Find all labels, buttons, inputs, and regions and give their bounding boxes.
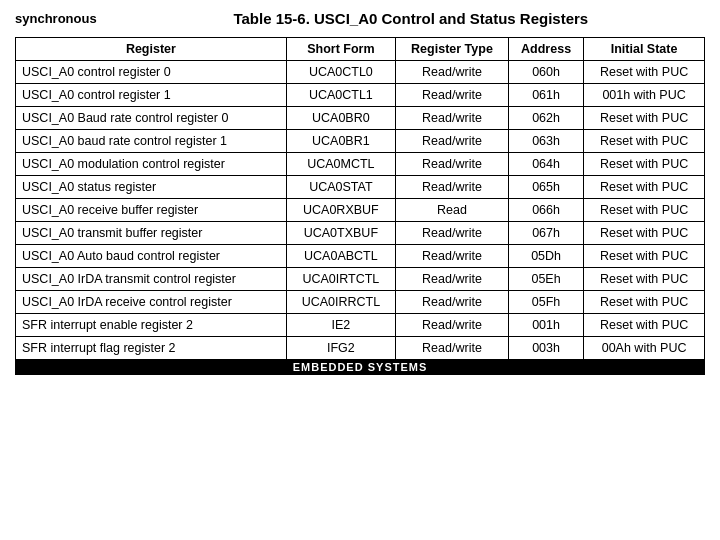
cell-r1-c2: Read/write [395,84,508,107]
cell-r6-c0: USCI_A0 receive buffer register [16,199,287,222]
table-row: SFR interrupt enable register 2IE2Read/w… [16,314,705,337]
cell-r1-c3: 061h [508,84,583,107]
table-row: USCI_A0 Auto baud control registerUCA0AB… [16,245,705,268]
table-row: USCI_A0 transmit buffer registerUCA0TXBU… [16,222,705,245]
cell-r10-c3: 05Fh [508,291,583,314]
column-header-4: Initial State [584,38,705,61]
cell-r1-c4: 001h with PUC [584,84,705,107]
cell-r9-c0: USCI_A0 IrDA transmit control register [16,268,287,291]
cell-r6-c4: Reset with PUC [584,199,705,222]
cell-r3-c4: Reset with PUC [584,130,705,153]
cell-r4-c2: Read/write [395,153,508,176]
cell-r1-c0: USCI_A0 control register 1 [16,84,287,107]
footer-bar: EMBEDDED SYSTEMS [15,359,705,375]
cell-r9-c3: 05Eh [508,268,583,291]
cell-r5-c3: 065h [508,176,583,199]
table-row: SFR interrupt flag register 2IFG2Read/wr… [16,337,705,360]
cell-r6-c3: 066h [508,199,583,222]
cell-r8-c2: Read/write [395,245,508,268]
cell-r12-c4: 00Ah with PUC [584,337,705,360]
table-row: USCI_A0 IrDA transmit control registerUC… [16,268,705,291]
cell-r0-c2: Read/write [395,61,508,84]
header: synchronous Table 15-6. USCI_A0 Control … [15,10,705,27]
table-header-row: RegisterShort FormRegister TypeAddressIn… [16,38,705,61]
cell-r8-c3: 05Dh [508,245,583,268]
registers-table: RegisterShort FormRegister TypeAddressIn… [15,37,705,360]
cell-r8-c0: USCI_A0 Auto baud control register [16,245,287,268]
table-row: USCI_A0 baud rate control register 1UCA0… [16,130,705,153]
cell-r7-c2: Read/write [395,222,508,245]
cell-r10-c1: UCA0IRRCTL [286,291,395,314]
table-row: USCI_A0 control register 1UCA0CTL1Read/w… [16,84,705,107]
cell-r4-c1: UCA0MCTL [286,153,395,176]
cell-r7-c4: Reset with PUC [584,222,705,245]
cell-r12-c2: Read/write [395,337,508,360]
column-header-0: Register [16,38,287,61]
cell-r3-c0: USCI_A0 baud rate control register 1 [16,130,287,153]
cell-r6-c1: UCA0RXBUF [286,199,395,222]
table-title: Table 15-6. USCI_A0 Control and Status R… [117,10,705,27]
cell-r12-c3: 003h [508,337,583,360]
table-row: USCI_A0 control register 0UCA0CTL0Read/w… [16,61,705,84]
column-header-1: Short Form [286,38,395,61]
table-row: USCI_A0 Baud rate control register 0UCA0… [16,107,705,130]
cell-r11-c4: Reset with PUC [584,314,705,337]
cell-r2-c2: Read/write [395,107,508,130]
cell-r7-c1: UCA0TXBUF [286,222,395,245]
cell-r2-c0: USCI_A0 Baud rate control register 0 [16,107,287,130]
cell-r8-c4: Reset with PUC [584,245,705,268]
column-header-2: Register Type [395,38,508,61]
cell-r10-c2: Read/write [395,291,508,314]
cell-r8-c1: UCA0ABCTL [286,245,395,268]
cell-r0-c0: USCI_A0 control register 0 [16,61,287,84]
table-row: USCI_A0 IrDA receive control registerUCA… [16,291,705,314]
table-row: USCI_A0 modulation control registerUCA0M… [16,153,705,176]
cell-r11-c2: Read/write [395,314,508,337]
cell-r5-c1: UCA0STAT [286,176,395,199]
cell-r9-c4: Reset with PUC [584,268,705,291]
synchronous-label: synchronous [15,11,97,26]
table-row: USCI_A0 receive buffer registerUCA0RXBUF… [16,199,705,222]
cell-r11-c1: IE2 [286,314,395,337]
cell-r4-c3: 064h [508,153,583,176]
cell-r12-c1: IFG2 [286,337,395,360]
table-row: USCI_A0 status registerUCA0STATRead/writ… [16,176,705,199]
cell-r2-c1: UCA0BR0 [286,107,395,130]
cell-r5-c2: Read/write [395,176,508,199]
column-header-3: Address [508,38,583,61]
cell-r7-c3: 067h [508,222,583,245]
cell-r0-c1: UCA0CTL0 [286,61,395,84]
cell-r9-c1: UCA0IRTCTL [286,268,395,291]
cell-r3-c2: Read/write [395,130,508,153]
cell-r12-c0: SFR interrupt flag register 2 [16,337,287,360]
cell-r0-c3: 060h [508,61,583,84]
cell-r1-c1: UCA0CTL1 [286,84,395,107]
cell-r3-c3: 063h [508,130,583,153]
cell-r6-c2: Read [395,199,508,222]
cell-r11-c3: 001h [508,314,583,337]
cell-r11-c0: SFR interrupt enable register 2 [16,314,287,337]
cell-r5-c0: USCI_A0 status register [16,176,287,199]
cell-r9-c2: Read/write [395,268,508,291]
cell-r3-c1: UCA0BR1 [286,130,395,153]
cell-r10-c0: USCI_A0 IrDA receive control register [16,291,287,314]
cell-r4-c0: USCI_A0 modulation control register [16,153,287,176]
cell-r10-c4: Reset with PUC [584,291,705,314]
cell-r4-c4: Reset with PUC [584,153,705,176]
cell-r0-c4: Reset with PUC [584,61,705,84]
cell-r5-c4: Reset with PUC [584,176,705,199]
cell-r7-c0: USCI_A0 transmit buffer register [16,222,287,245]
cell-r2-c3: 062h [508,107,583,130]
cell-r2-c4: Reset with PUC [584,107,705,130]
